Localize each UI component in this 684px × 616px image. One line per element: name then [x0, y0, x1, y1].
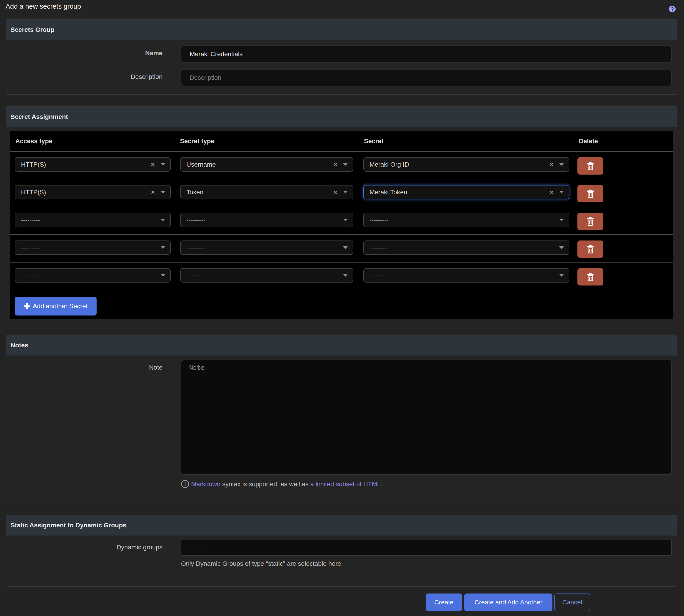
chevron-down-icon: [343, 246, 348, 249]
secret-type-select[interactable]: ---------: [180, 268, 353, 283]
name-label: Name: [12, 45, 181, 58]
chevron-down-icon: [343, 274, 348, 277]
access-type-value: ---------: [21, 241, 146, 255]
chevron-down-icon: [559, 163, 564, 166]
secret-type-value: Username: [186, 158, 329, 171]
access-type-select[interactable]: HTTP(S) ×: [15, 185, 170, 199]
assignment-table-header: Access type Secret type Secret Delete: [10, 131, 673, 152]
form-actions: Create Create and Add Another Cancel: [6, 594, 678, 611]
trash-icon: [587, 272, 594, 281]
chevron-down-icon: [343, 163, 348, 166]
chevron-down-icon: [343, 191, 348, 194]
clear-selection-icon[interactable]: ×: [150, 158, 156, 171]
secret-value: Meraki Token: [369, 185, 545, 199]
create-and-add-another-button[interactable]: Create and Add Another: [464, 594, 552, 611]
column-header-delete: Delete: [573, 137, 673, 145]
panel-secrets-group-body: Name Description: [6, 40, 677, 94]
column-header-access-type: Access type: [10, 137, 176, 145]
access-type-value: HTTP(S): [21, 185, 146, 199]
secret-type-value: Token: [186, 185, 329, 199]
chevron-down-icon: [559, 191, 564, 194]
panel-secret-assignment: Secret Assignment Access type Secret typ…: [6, 106, 678, 323]
access-type-select[interactable]: ---------: [15, 213, 170, 227]
secret-select[interactable]: ---------: [363, 268, 569, 283]
panel-notes-title: Notes: [6, 335, 677, 355]
access-type-select[interactable]: HTTP(S) ×: [15, 157, 170, 172]
panel-secret-assignment-body: Access type Secret type Secret Delete HT…: [6, 127, 677, 323]
delete-row-button[interactable]: [577, 241, 603, 258]
secret-value: ---------: [369, 269, 545, 282]
note-textarea[interactable]: [181, 360, 672, 475]
chevron-down-icon: [343, 219, 348, 221]
dynamic-groups-label: Dynamic groups: [12, 540, 181, 552]
chevron-down-icon: [161, 191, 165, 194]
panel-dynamic-groups-title: Static Assignment to Dynamic Groups: [6, 515, 677, 535]
table-row: --------- --------- --: [10, 235, 673, 263]
secret-type-select[interactable]: ---------: [180, 241, 353, 255]
panel-secrets-group: Secrets Group Name Description: [6, 19, 678, 95]
secret-select[interactable]: Meraki Token ×: [363, 185, 569, 199]
add-another-secret-button[interactable]: Add another Secret: [15, 296, 96, 315]
delete-row-button[interactable]: [577, 268, 603, 286]
markdown-link[interactable]: Markdown: [191, 481, 221, 488]
html-subset-link[interactable]: a limited subset of HTML: [310, 481, 381, 488]
secret-value: ---------: [369, 241, 545, 255]
description-row: Description: [12, 69, 672, 86]
secret-type-value: ---------: [186, 269, 329, 282]
delete-row-button[interactable]: [577, 157, 603, 175]
trash-icon: [587, 189, 594, 198]
clear-selection-icon[interactable]: ×: [548, 158, 555, 171]
dynamic-groups-row: Dynamic groups --------- Only Dynamic Gr…: [12, 540, 672, 568]
secret-value: ---------: [369, 213, 545, 227]
chevron-down-icon: [161, 219, 165, 221]
access-type-select[interactable]: ---------: [15, 241, 170, 255]
secret-select[interactable]: ---------: [363, 213, 569, 227]
chevron-down-icon: [559, 274, 564, 277]
clear-selection-icon[interactable]: ×: [332, 185, 339, 199]
secret-type-value: ---------: [186, 213, 329, 227]
markdown-hint: Markdown syntax is supported, as well as…: [181, 480, 672, 488]
clear-selection-icon[interactable]: ×: [150, 185, 156, 199]
info-icon: [181, 480, 189, 488]
name-input[interactable]: [181, 45, 672, 63]
dynamic-groups-help-text: Only Dynamic Groups of type "static" are…: [181, 559, 672, 568]
secret-type-select[interactable]: Username ×: [180, 157, 353, 172]
chevron-down-icon: [559, 219, 564, 221]
note-row: Note: [12, 360, 672, 475]
chevron-down-icon: [161, 246, 165, 249]
dynamic-groups-placeholder: ---------: [186, 544, 205, 551]
column-header-secret-type: Secret type: [176, 137, 358, 145]
clear-selection-icon[interactable]: ×: [548, 185, 555, 199]
table-row: --------- --------- --: [10, 263, 673, 290]
secret-type-select[interactable]: ---------: [180, 213, 353, 227]
secret-select[interactable]: ---------: [363, 241, 569, 255]
access-type-select[interactable]: ---------: [15, 268, 170, 283]
note-label: Note: [12, 360, 181, 372]
description-input[interactable]: [181, 69, 672, 86]
chevron-down-icon: [161, 274, 165, 277]
table-row: --------- --------- --: [10, 207, 673, 235]
help-icon[interactable]: ?: [669, 6, 676, 12]
content: Add a new secrets group ? Secrets Group …: [6, 0, 678, 611]
trash-icon: [587, 161, 594, 170]
create-button[interactable]: Create: [426, 594, 462, 611]
secret-select[interactable]: Meraki Org ID ×: [363, 157, 569, 172]
chevron-down-icon: [161, 163, 165, 166]
delete-row-button[interactable]: [577, 213, 603, 230]
page-title: Add a new secrets group: [6, 2, 81, 11]
description-label: Description: [12, 69, 181, 81]
column-header-secret: Secret: [359, 137, 573, 145]
cancel-button[interactable]: Cancel: [554, 594, 590, 611]
panel-dynamic-groups: Static Assignment to Dynamic Groups Dyna…: [6, 514, 678, 587]
table-row: HTTP(S) × Username ×: [10, 152, 673, 179]
table-row: HTTP(S) × Token ×: [10, 179, 673, 207]
access-type-value: ---------: [21, 269, 146, 282]
dynamic-groups-select[interactable]: ---------: [181, 540, 672, 556]
table-footer-row: Add another Secret: [10, 290, 673, 319]
access-type-value: ---------: [21, 213, 146, 227]
panel-notes-body: Note Markdown syntax is supported, as we…: [6, 355, 677, 502]
delete-row-button[interactable]: [577, 185, 603, 202]
secret-type-select[interactable]: Token ×: [180, 185, 353, 199]
clear-selection-icon[interactable]: ×: [332, 158, 339, 171]
panel-secret-assignment-title: Secret Assignment: [6, 107, 677, 127]
